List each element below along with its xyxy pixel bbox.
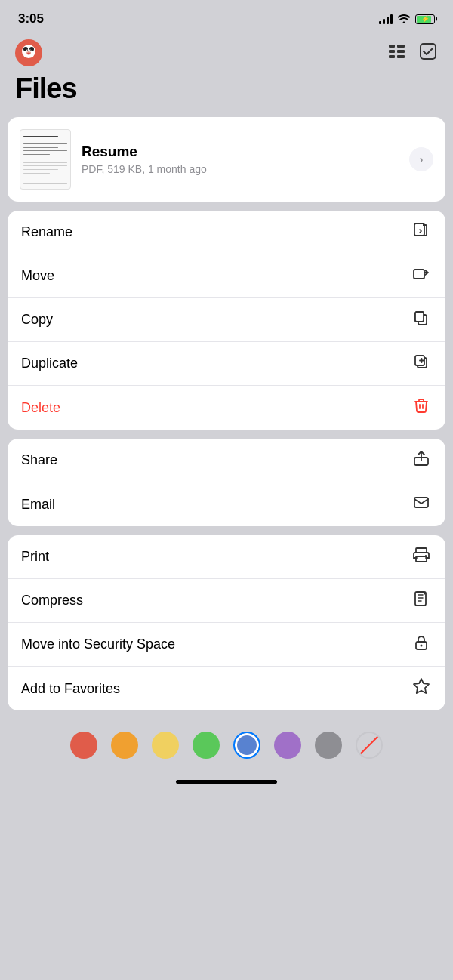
menu-item-rename[interactable]: Rename	[8, 211, 445, 254]
menu-group-group2: ShareEmail	[8, 439, 445, 526]
color-label-row	[0, 720, 453, 774]
svg-point-7	[27, 50, 29, 51]
file-thumbnail	[20, 129, 71, 190]
status-time: 3:05	[18, 11, 44, 26]
status-icons: ⚡	[379, 13, 435, 26]
menu-icon-compress	[411, 590, 432, 612]
menu-icon-duplicate	[411, 353, 432, 375]
file-info-card[interactable]: Resume PDF, 519 KB, 1 month ago ›	[8, 117, 445, 202]
menu-icon-move	[411, 265, 432, 288]
menu-label-favorites: Add to Favorites	[21, 681, 120, 697]
list-view-icon	[387, 42, 406, 61]
menu-label-duplicate: Duplicate	[21, 356, 78, 371]
checkbox-icon	[418, 42, 438, 61]
svg-rect-29	[415, 592, 426, 606]
menu-label-copy: Copy	[21, 312, 53, 328]
menu-label-security: Move into Security Space	[21, 636, 175, 652]
menu-item-share[interactable]: Share	[8, 439, 445, 482]
battery-icon: ⚡	[415, 14, 435, 24]
svg-rect-25	[414, 498, 428, 507]
list-view-button[interactable]	[387, 42, 406, 64]
menu-item-delete[interactable]: Delete	[8, 386, 445, 430]
menu-icon-print	[411, 546, 432, 569]
app-logo[interactable]	[15, 39, 42, 66]
color-dot-red[interactable]	[70, 732, 97, 759]
menu-icon-star	[411, 677, 432, 700]
app-logo-face	[20, 43, 37, 63]
menu-label-share: Share	[21, 452, 57, 468]
file-chevron[interactable]: ›	[409, 147, 433, 171]
page-title: Files	[0, 69, 453, 117]
svg-point-31	[421, 644, 423, 646]
home-bar	[176, 780, 277, 784]
menu-label-rename: Rename	[21, 224, 72, 240]
checkbox-button[interactable]	[418, 42, 438, 64]
color-dot-yellow[interactable]	[152, 732, 179, 759]
menu-icon-rename	[411, 221, 432, 244]
menu-label-delete: Delete	[21, 400, 60, 416]
menu-icon-trash	[411, 396, 432, 419]
color-dot-purple[interactable]	[274, 732, 301, 759]
menu-groups: RenameMoveCopyDuplicateDeleteShareEmailP…	[0, 211, 453, 710]
svg-rect-15	[389, 55, 395, 58]
menu-icon-email	[411, 493, 432, 516]
svg-point-9	[27, 53, 30, 54]
menu-icon-copy	[411, 309, 432, 331]
menu-item-email[interactable]: Email	[8, 482, 445, 526]
file-details: Resume PDF, 519 KB, 1 month ago	[82, 143, 399, 175]
file-meta: PDF, 519 KB, 1 month ago	[82, 163, 399, 175]
svg-rect-14	[389, 50, 395, 53]
svg-rect-18	[414, 270, 424, 279]
home-indicator	[0, 774, 453, 793]
color-dot-blue[interactable]	[233, 732, 260, 759]
color-dot-none[interactable]	[356, 732, 383, 759]
menu-item-print[interactable]: Print	[8, 535, 445, 579]
svg-point-8	[30, 50, 32, 51]
svg-point-28	[425, 555, 427, 556]
menu-item-security[interactable]: Move into Security Space	[8, 623, 445, 667]
svg-rect-12	[397, 55, 405, 58]
svg-rect-27	[416, 556, 427, 562]
signal-icon	[379, 14, 393, 24]
svg-rect-21	[415, 312, 424, 322]
menu-group-group3: PrintCompressMove into Security SpaceAdd…	[8, 535, 445, 710]
menu-icon-share	[411, 449, 432, 472]
file-name: Resume	[82, 143, 399, 160]
svg-rect-10	[397, 45, 405, 48]
wifi-icon	[397, 13, 411, 26]
menu-item-duplicate[interactable]: Duplicate	[8, 342, 445, 386]
menu-group-group1: RenameMoveCopyDuplicateDelete	[8, 211, 445, 430]
menu-item-favorites[interactable]: Add to Favorites	[8, 667, 445, 710]
svg-rect-13	[389, 45, 395, 48]
menu-label-compress: Compress	[21, 593, 83, 609]
status-bar: 3:05 ⚡	[0, 0, 453, 33]
color-dot-orange[interactable]	[111, 732, 138, 759]
menu-item-copy[interactable]: Copy	[8, 298, 445, 342]
menu-item-compress[interactable]: Compress	[8, 579, 445, 623]
menu-label-move: Move	[21, 268, 54, 284]
menu-label-print: Print	[21, 549, 49, 565]
menu-icon-lock	[411, 633, 432, 656]
menu-item-move[interactable]: Move	[8, 254, 445, 298]
svg-rect-26	[416, 548, 427, 553]
app-header	[0, 33, 453, 69]
color-dot-gray[interactable]	[315, 732, 342, 759]
svg-rect-11	[397, 50, 405, 53]
header-icons	[387, 42, 438, 64]
color-dot-green[interactable]	[193, 732, 220, 759]
menu-label-email: Email	[21, 497, 55, 513]
